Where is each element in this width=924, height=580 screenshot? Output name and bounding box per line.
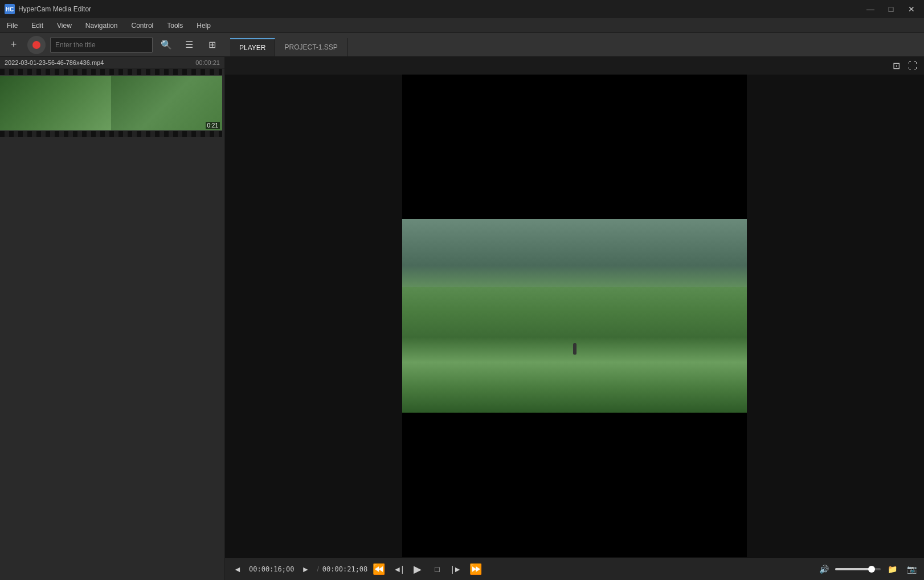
stop-button[interactable]: □ xyxy=(429,561,445,577)
fast-forward-button[interactable]: ⏩ xyxy=(468,561,484,577)
menu-edit[interactable]: Edit xyxy=(29,20,46,31)
title-input[interactable] xyxy=(50,37,153,53)
fullscreen-button[interactable]: ⛶ xyxy=(906,59,919,72)
media-item[interactable]: 2022-03-01-23-56-46-786x436.mp4 00:00:21 xyxy=(0,57,224,69)
menu-bar: File Edit View Navigation Control Tools … xyxy=(0,18,924,33)
video-mountains xyxy=(402,219,747,297)
media-thumbnail[interactable]: 0:21 xyxy=(0,69,222,137)
fit-to-screen-button[interactable]: ⊡ xyxy=(890,59,902,72)
frame-back-button[interactable]: ◄| xyxy=(390,561,406,577)
tab-project[interactable]: PROJECT-1.SSP xyxy=(275,38,347,56)
close-button[interactable]: ✕ xyxy=(903,3,919,15)
total-time: 00:00:21;08 xyxy=(322,565,367,573)
media-duration: 00:00:21 xyxy=(195,59,220,66)
next-button[interactable]: ► xyxy=(297,561,313,577)
minimize-button[interactable]: — xyxy=(862,3,878,15)
grid-view-button[interactable]: ⊞ xyxy=(203,36,221,54)
menu-tools[interactable]: Tools xyxy=(165,20,185,31)
folder-button[interactable]: 📁 xyxy=(884,561,900,577)
video-display xyxy=(402,219,747,413)
title-bar: HC HyperCam Media Editor — □ ✕ xyxy=(0,0,924,18)
player-controls: ◄ 00:00:16;00 ► / 00:00:21;08 ⏪ ◄| ▶ □ |… xyxy=(225,557,924,580)
volume-button[interactable]: 🔊 xyxy=(816,561,832,577)
add-button[interactable]: + xyxy=(5,36,23,54)
toolbar: + 🔍 ☰ ⊞ PLAYER PROJECT-1.SSP xyxy=(0,33,924,57)
search-button[interactable]: 🔍 xyxy=(157,36,175,54)
snapshot-button[interactable]: 📷 xyxy=(903,561,919,577)
preview-left xyxy=(0,76,111,130)
menu-view[interactable]: View xyxy=(55,20,74,31)
volume-slider[interactable] xyxy=(835,568,881,570)
record-icon xyxy=(32,41,40,49)
prev-button[interactable]: ◄ xyxy=(230,561,246,577)
left-panel: 2022-03-01-23-56-46-786x436.mp4 00:00:21… xyxy=(0,57,225,580)
player-area xyxy=(225,75,924,557)
filmstrip-top xyxy=(0,69,222,76)
list-view-button[interactable]: ☰ xyxy=(180,36,198,54)
tab-player[interactable]: PLAYER xyxy=(230,38,275,56)
media-filename: 2022-03-01-23-56-46-786x436.mp4 xyxy=(5,59,195,66)
menu-navigation[interactable]: Navigation xyxy=(83,20,120,31)
app-icon: HC xyxy=(5,4,15,14)
play-button[interactable]: ▶ xyxy=(410,561,426,577)
player-top-controls: ⊡ ⛶ xyxy=(225,57,924,75)
volume-fill xyxy=(835,568,869,570)
rewind-button[interactable]: ⏪ xyxy=(371,561,387,577)
right-panel: ⊡ ⛶ ◄ 00:00:16;00 ► / 00:00:21;08 ⏪ xyxy=(225,57,924,580)
volume-handle[interactable] xyxy=(868,566,875,573)
menu-control[interactable]: Control xyxy=(129,20,156,31)
thumbnail-timestamp: 0:21 xyxy=(206,122,220,129)
record-button[interactable] xyxy=(27,36,46,54)
person-silhouette xyxy=(573,343,577,355)
main-layout: 2022-03-01-23-56-46-786x436.mp4 00:00:21… xyxy=(0,57,924,580)
media-video-preview xyxy=(0,76,222,130)
app-title: HyperCam Media Editor xyxy=(18,5,91,13)
maximize-button[interactable]: □ xyxy=(883,3,899,15)
menu-file[interactable]: File xyxy=(5,20,20,31)
frame-fwd-button[interactable]: |► xyxy=(448,561,464,577)
menu-help[interactable]: Help xyxy=(194,20,213,31)
current-time: 00:00:16;00 xyxy=(249,565,294,573)
filmstrip-bottom xyxy=(0,130,222,137)
